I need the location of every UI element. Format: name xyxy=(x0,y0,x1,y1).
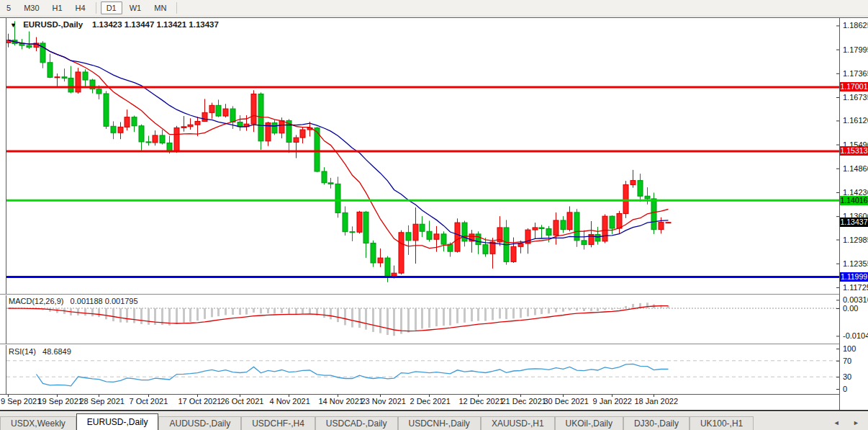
macd-name: MACD(12,26,9) xyxy=(9,297,63,305)
date-axis-label: 26 Oct 2021 xyxy=(221,397,264,406)
date-axis-label: 19 Sep 2021 xyxy=(38,397,83,406)
price-badge-1.11999: 1.11999 xyxy=(840,272,868,282)
macd-indicator-label: MACD(12,26,9) 0.001188 0.001795 xyxy=(9,297,138,305)
rsi-current-value: 48.6849 xyxy=(42,347,71,356)
price-axis-tick: 1.12355 xyxy=(843,259,868,268)
macd-axis-label: -0.01043 xyxy=(843,331,868,340)
date-axis-label: 2 Dec 2021 xyxy=(410,397,451,406)
price-badge-1.15313: 1.15313 xyxy=(840,146,868,156)
macd-layer xyxy=(7,303,669,336)
price-axis-tick: 1.16735 xyxy=(843,93,868,102)
rsi-axis-label: 0 xyxy=(843,385,847,393)
price-axis-tick: 1.18625 xyxy=(843,21,868,30)
date-axis-label: 9 Sep 2021 xyxy=(1,397,41,406)
date-axis-label: 17 Oct 2021 xyxy=(178,397,222,406)
date-axis-label: 4 Nov 2021 xyxy=(270,397,310,406)
date-axis-label: 9 Jan 2022 xyxy=(593,397,632,406)
symbol-tab-usdcnh-daily[interactable]: USDCNH-,Daily xyxy=(398,416,481,430)
date-axis-label: 23 Nov 2021 xyxy=(361,397,406,406)
date-axis-label: 18 Jan 2022 xyxy=(635,397,679,406)
price-axis-tick: 1.11725 xyxy=(843,283,868,292)
symbol-tab-dj30-daily[interactable]: DJ30-,Daily xyxy=(623,416,690,430)
tab-scroll-right-icon[interactable]: ► xyxy=(853,419,865,426)
symbol-tab-xauusd-h1[interactable]: XAUUSD-,H1 xyxy=(481,416,555,430)
symbol-tab-audusd-daily[interactable]: AUDUSD-,Daily xyxy=(158,416,241,430)
trading-app-window: 5M30H1H4D1W1MN ▼ EURUSD-,Daily 1.13423 1… xyxy=(0,0,868,430)
rsi-axis-label: 30 xyxy=(843,372,851,381)
chart-ohlc-values: 1.13423 1.13447 1.13421 1.13437 xyxy=(92,20,219,29)
date-axis-label: 21 Dec 2021 xyxy=(502,397,546,406)
symbol-tab-usdcad-daily[interactable]: USDCAD-,Daily xyxy=(315,416,398,430)
date-axis-label: 28 Sep 2021 xyxy=(80,397,125,406)
rsi-axis-label: 70 xyxy=(843,357,851,365)
macd-current-values: 0.001188 0.001795 xyxy=(71,297,138,305)
date-axis-label: 30 Dec 2021 xyxy=(544,397,589,406)
price-badge-1.17001: 1.17001 xyxy=(840,82,868,91)
date-axis-label: 7 Oct 2021 xyxy=(130,397,168,406)
price-axis-tick: 1.14860 xyxy=(843,164,868,173)
rsi-axis-label: 100 xyxy=(843,344,856,353)
date-axis-label: 12 Dec 2021 xyxy=(459,397,504,406)
date-axis-label: 14 Nov 2021 xyxy=(319,397,363,406)
price-badge-1.13437: 1.13437 xyxy=(840,218,868,227)
rsi-line xyxy=(37,364,669,385)
symbol-tab-bar: USDX,WeeklyEURUSD-,DailyAUDUSD-,DailyUSD… xyxy=(0,411,868,430)
chart-symbol-label: EURUSD-,Daily xyxy=(23,20,83,29)
chart-dropdown-icon[interactable]: ▼ xyxy=(10,22,17,29)
tab-scroll-controls: ◄ ► xyxy=(833,419,865,426)
price-axis-tick: 1.12985 xyxy=(843,236,868,244)
symbol-tab-usdx-weekly[interactable]: USDX,Weekly xyxy=(0,416,76,430)
price-axis-tick: 1.17365 xyxy=(843,69,868,78)
rsi-name: RSI(14) xyxy=(9,347,36,356)
rsi-indicator-label: RSI(14) 48.6849 xyxy=(9,347,71,356)
symbol-tab-usdchf-h4[interactable]: USDCHF-,H4 xyxy=(241,416,315,430)
price-badge-1.14016: 1.14016 xyxy=(840,196,868,205)
chart-title: ▼ EURUSD-,Daily 1.13423 1.13447 1.13421 … xyxy=(10,20,219,29)
price-axis-tick: 1.17995 xyxy=(843,45,868,54)
price-axis-tick: 1.16120 xyxy=(843,116,868,125)
symbol-tab-eurusd-daily[interactable]: EURUSD-,Daily xyxy=(76,413,159,430)
chart-canvas xyxy=(0,0,868,430)
symbol-tab-ukoil-daily[interactable]: UKOil-,Daily xyxy=(555,416,623,430)
macd-axis-label: 0.003165 xyxy=(843,295,868,304)
symbol-tab-uk100-h1[interactable]: UK100-,H1 xyxy=(690,416,754,430)
macd-axis-label: 0.00 xyxy=(843,304,858,313)
tab-scroll-left-icon[interactable]: ◄ xyxy=(833,419,846,426)
